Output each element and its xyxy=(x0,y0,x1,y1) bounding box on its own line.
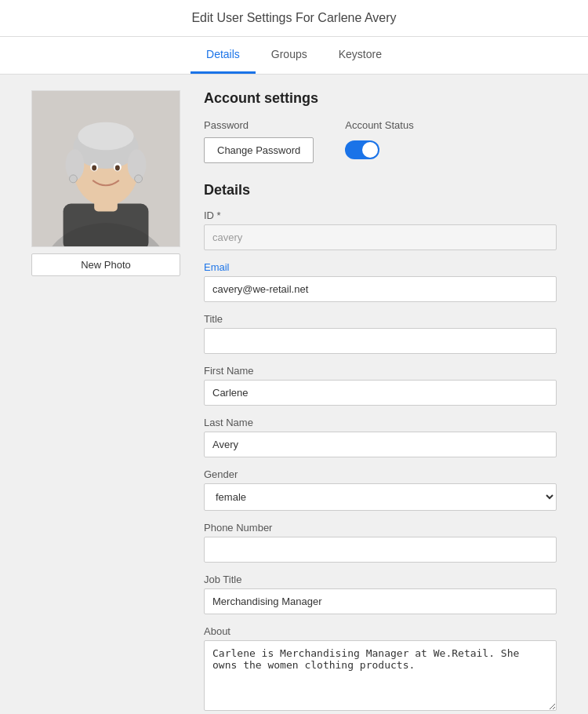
job-title-label: Job Title xyxy=(204,574,557,585)
first-name-input[interactable] xyxy=(204,380,557,406)
svg-point-13 xyxy=(69,175,77,183)
svg-point-14 xyxy=(135,175,143,183)
id-label: ID * xyxy=(204,209,557,221)
account-settings-title: Account settings xyxy=(204,90,557,107)
about-label: About xyxy=(204,625,557,637)
job-title-field-group: Job Title xyxy=(204,574,557,614)
email-field-group: Email xyxy=(204,261,557,302)
settings-row: Password Change Password Account Status xyxy=(204,119,557,163)
page-title: Edit User Settings For Carlene Avery xyxy=(0,0,588,37)
last-name-input[interactable] xyxy=(204,432,557,457)
account-status-label: Account Status xyxy=(345,119,413,131)
change-password-button[interactable]: Change Password xyxy=(204,137,314,163)
details-section: Details ID * Email Title xyxy=(204,182,557,714)
last-name-field-group: Last Name xyxy=(204,417,557,457)
first-name-label: First Name xyxy=(204,365,557,377)
content-layout: New Photo Account settings Password Chan… xyxy=(31,90,557,714)
about-field-group: About Carlene is Merchandising Manager a… xyxy=(204,625,557,713)
left-panel: New Photo xyxy=(31,90,180,276)
password-label: Password xyxy=(204,119,314,131)
svg-point-8 xyxy=(78,122,133,151)
tabs-bar: Details Groups Keystore xyxy=(0,37,588,75)
id-input xyxy=(204,224,557,250)
title-input[interactable] xyxy=(204,328,557,354)
svg-point-11 xyxy=(92,166,96,171)
phone-label: Phone Number xyxy=(204,522,557,534)
email-input[interactable] xyxy=(204,276,557,302)
account-status-group: Account Status xyxy=(345,119,413,159)
new-photo-button[interactable]: New Photo xyxy=(31,253,180,276)
account-status-toggle[interactable] xyxy=(345,140,379,159)
gender-select[interactable]: female male other xyxy=(204,483,557,511)
last-name-label: Last Name xyxy=(204,417,557,428)
svg-point-12 xyxy=(115,166,120,171)
tab-details[interactable]: Details xyxy=(191,37,256,74)
id-field-group: ID * xyxy=(204,209,557,250)
account-settings-section: Account settings Password Change Passwor… xyxy=(204,90,557,163)
phone-input[interactable] xyxy=(204,537,557,563)
phone-field-group: Phone Number xyxy=(204,522,557,563)
main-content: New Photo Account settings Password Chan… xyxy=(0,75,588,714)
gender-field-group: Gender female male other xyxy=(204,468,557,511)
tab-groups[interactable]: Groups xyxy=(256,37,323,74)
tab-keystore[interactable]: Keystore xyxy=(323,37,397,74)
about-textarea[interactable]: Carlene is Merchandising Manager at We.R… xyxy=(204,640,557,711)
first-name-field-group: First Name xyxy=(204,365,557,406)
title-label: Title xyxy=(204,313,557,325)
details-section-title: Details xyxy=(204,182,557,199)
email-label: Email xyxy=(204,261,557,273)
title-field-group: Title xyxy=(204,313,557,354)
right-panel: Account settings Password Change Passwor… xyxy=(204,90,557,714)
avatar xyxy=(31,90,180,247)
job-title-input[interactable] xyxy=(204,588,557,614)
gender-label: Gender xyxy=(204,468,557,480)
password-group: Password Change Password xyxy=(204,119,314,163)
